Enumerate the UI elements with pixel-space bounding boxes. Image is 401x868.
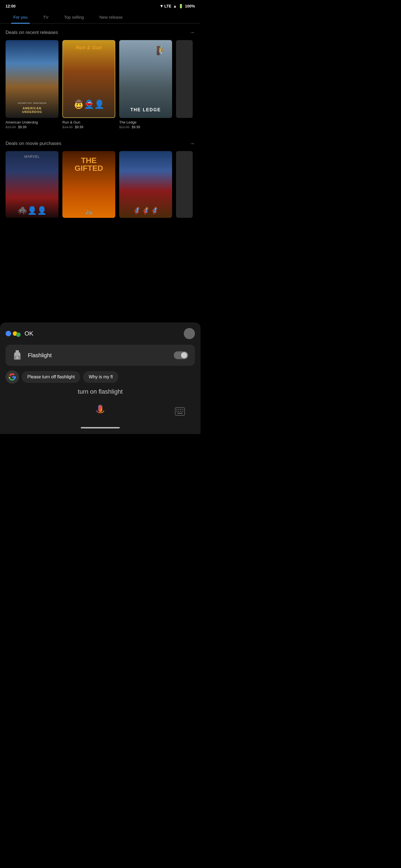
keyboard-button[interactable] xyxy=(173,405,187,418)
svg-rect-0 xyxy=(16,350,19,352)
ledge-title-text: THE LEDGE xyxy=(119,107,172,113)
svg-rect-13 xyxy=(178,411,179,412)
movie-purchases-row: MARVEL 🕷️👤👤 THEGIFTED 🚲 🦸🦸🦸 xyxy=(6,151,195,218)
svg-marker-1 xyxy=(14,352,21,356)
gifted-poster[interactable]: THEGIFTED 🚲 xyxy=(62,151,115,218)
squad-poster[interactable]: 🦸🦸🦸 xyxy=(119,151,172,218)
battery-icon: 🔋 xyxy=(178,4,183,8)
ledge-climber: 🧗 xyxy=(156,45,167,55)
flashlight-svg xyxy=(13,350,21,360)
movie-purchases-header: Deals on movie purchases → xyxy=(6,140,195,147)
tab-for-you[interactable]: For you xyxy=(6,11,35,23)
svg-rect-9 xyxy=(178,409,179,410)
ledge-price: $12.99 $9.99 xyxy=(119,125,172,129)
rg-title-text: Run & Gun xyxy=(63,45,115,51)
svg-rect-11 xyxy=(182,409,183,410)
tab-new-release[interactable]: New release xyxy=(92,11,130,23)
svg-rect-14 xyxy=(180,411,181,412)
au-sale-price: $9.99 xyxy=(18,125,26,129)
dot-green xyxy=(16,333,21,337)
movie-card-the-ledge[interactable]: 🧗 THE LEDGE The Ledge $12.99 $9.99 xyxy=(119,40,172,129)
flashlight-icon xyxy=(12,350,22,360)
american-underdog-poster: ZACHARY LEVI · ANNA PAQUIN AMERICANUNDER… xyxy=(6,40,58,118)
rg-original-price: $14.99 xyxy=(62,125,73,129)
au-price: $19.99 $9.99 xyxy=(6,125,58,129)
au-movie-title: American Underdog xyxy=(6,120,58,124)
run-gun-poster: Run & Gun 🤠👤👤 🚗 xyxy=(62,40,115,118)
tab-top-selling[interactable]: Top selling xyxy=(56,11,92,23)
suggestions-row: Please turn off flashlight Why is my fl xyxy=(6,370,195,384)
svg-point-3 xyxy=(16,356,18,359)
tab-tv[interactable]: TV xyxy=(35,11,56,23)
squad-figures: 🦸🦸🦸 xyxy=(119,207,172,215)
status-bar: 12:00 ▾ LTE ▲ 🔋 100% xyxy=(0,0,200,11)
rg-sale-price: $9.99 xyxy=(75,125,83,129)
rg-car: 🚗 xyxy=(63,99,115,106)
svg-rect-4 xyxy=(98,405,103,412)
suggestion-why-is-my[interactable]: Why is my fl xyxy=(83,371,118,383)
recent-releases-row: ZACHARY LEVI · ANNA PAQUIN AMERICANUNDER… xyxy=(6,40,195,129)
spiderman-figures: 🕷️👤👤 xyxy=(6,206,58,215)
recent-releases-header: Deals on recent releases → xyxy=(6,29,195,36)
keyboard-icon xyxy=(175,407,185,416)
svg-rect-8 xyxy=(176,409,177,410)
ledge-original-price: $12.99 xyxy=(119,125,130,129)
recent-releases-arrow[interactable]: → xyxy=(189,29,195,36)
gifted-title-text: THEGIFTED xyxy=(65,157,113,172)
rg-price: $14.99 $9.99 xyxy=(62,125,115,129)
spiderman-poster[interactable]: MARVEL 🕷️👤👤 xyxy=(6,151,58,218)
status-icons: ▾ LTE ▲ 🔋 100% xyxy=(161,3,195,9)
rg-movie-title: Run & Gun xyxy=(62,120,115,124)
battery-percent: 100% xyxy=(185,4,195,8)
sm-logo: MARVEL xyxy=(6,154,58,159)
tab-bar: For you TV Top selling New release xyxy=(0,11,200,24)
main-content: Deals on recent releases → ZACHARY LEVI … xyxy=(0,24,200,221)
assistant-bottom-bar xyxy=(6,401,195,425)
svg-rect-16 xyxy=(177,413,183,414)
suggestion-please-turn-off[interactable]: Please turn off flashlight xyxy=(22,371,80,383)
time-display: 12:00 xyxy=(6,4,16,8)
movie-card-run-gun[interactable]: Run & Gun 🤠👤👤 🚗 Run & Gun $14.99 $9.99 xyxy=(62,40,115,129)
movie-purchases-arrow[interactable]: → xyxy=(189,140,195,147)
mic-svg xyxy=(95,405,105,418)
svg-rect-10 xyxy=(180,409,181,410)
signal-icon: ▲ xyxy=(173,4,177,8)
movie-purchases-title: Deals on movie purchases xyxy=(6,141,61,146)
partial-movie-card xyxy=(176,40,193,118)
ok-label: OK xyxy=(25,330,184,337)
mic-button[interactable] xyxy=(92,404,108,419)
flashlight-card: Flashlight xyxy=(6,345,195,366)
au-subtitle: ZACHARY LEVI · ANNA PAQUIN xyxy=(6,102,58,104)
movie-purchases-section: Deals on movie purchases → MARVEL 🕷️👤👤 T… xyxy=(0,135,200,221)
user-avatar[interactable] xyxy=(184,328,195,339)
home-indicator xyxy=(81,427,120,428)
svg-rect-12 xyxy=(176,411,177,412)
transcription-text: turn on flashlight xyxy=(6,388,195,395)
ledge-sale-price: $9.99 xyxy=(132,125,140,129)
google-dots xyxy=(6,330,21,337)
dot-blue xyxy=(6,331,11,336)
google-logo xyxy=(8,373,16,381)
assistant-header: OK xyxy=(6,328,195,339)
google-g-icon xyxy=(6,370,19,384)
lte-label: LTE xyxy=(164,4,171,8)
wifi-icon: ▾ xyxy=(161,3,163,9)
partial-purchase-card xyxy=(176,151,193,218)
recent-releases-section: Deals on recent releases → ZACHARY LEVI … xyxy=(0,24,200,132)
the-ledge-poster: 🧗 THE LEDGE xyxy=(119,40,172,118)
assistant-overlay: OK Flashlight Please turn off flash xyxy=(0,322,200,434)
gifted-bicycle: 🚲 xyxy=(62,207,115,215)
svg-rect-15 xyxy=(182,411,183,412)
ledge-movie-title: The Ledge xyxy=(119,120,172,124)
movie-card-american-underdog[interactable]: ZACHARY LEVI · ANNA PAQUIN AMERICANUNDER… xyxy=(6,40,58,129)
au-original-price: $19.99 xyxy=(6,125,16,129)
flashlight-toggle[interactable] xyxy=(174,351,188,359)
flashlight-label: Flashlight xyxy=(28,352,168,359)
au-title: AMERICANUNDERDOG xyxy=(6,106,58,114)
recent-releases-title: Deals on recent releases xyxy=(6,30,58,35)
